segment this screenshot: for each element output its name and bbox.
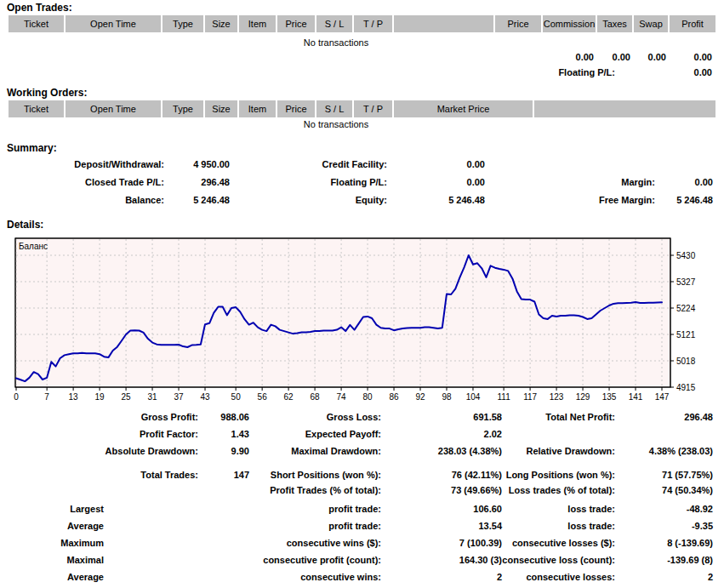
summary-row: Deposit/Withdrawal: 4 950.00 Credit Faci… bbox=[0, 159, 724, 173]
stats-row: Average consecutive wins: 2 consecutive … bbox=[0, 572, 724, 585]
total-profit: 0.00 bbox=[694, 52, 712, 62]
floating-pl-row: Floating P/L: 0.00 bbox=[0, 67, 724, 81]
loss-trades-value: 74 (50.34%) bbox=[662, 485, 713, 495]
average-label: Average bbox=[67, 521, 104, 531]
stats-row: Maximum consecutive wins ($): 7 (100.39)… bbox=[0, 538, 724, 551]
avg-consecutive-wins-value: 2 bbox=[497, 572, 502, 582]
long-positions-label: Long Positions (won %): bbox=[506, 470, 615, 480]
svg-text:80: 80 bbox=[362, 392, 373, 402]
svg-text:13: 13 bbox=[69, 392, 79, 402]
gross-loss-value: 691.58 bbox=[473, 412, 502, 422]
credit-facility-value: 0.00 bbox=[467, 159, 485, 169]
svg-text:129: 129 bbox=[576, 392, 590, 402]
col-spacer bbox=[394, 15, 495, 32]
svg-text:37: 37 bbox=[174, 392, 184, 402]
stats-row: Largest profit trade: 106.60 loss trade:… bbox=[0, 504, 724, 517]
col-size: Size bbox=[205, 15, 239, 32]
avg-consecutive-losses-value: 2 bbox=[708, 572, 713, 582]
col-price-close: Price bbox=[495, 15, 543, 32]
svg-text:92: 92 bbox=[415, 392, 425, 402]
col-ticket: Ticket bbox=[9, 100, 66, 117]
total-net-profit-value: 296.48 bbox=[684, 412, 713, 422]
profit-trades-value: 73 (49.66%) bbox=[451, 485, 502, 495]
stats-row: Maximal consecutive profit (count): 164.… bbox=[0, 555, 724, 568]
summary-heading: Summary: bbox=[7, 142, 57, 154]
svg-text:25: 25 bbox=[122, 392, 132, 402]
maximum-label: Maximum bbox=[60, 538, 104, 548]
svg-text:Баланс: Баланс bbox=[19, 242, 48, 251]
absolute-drawdown-value: 9.90 bbox=[231, 446, 249, 456]
balance-chart-svg: 0713192531374350566268748086929810411111… bbox=[0, 230, 724, 404]
deposit-withdrawal-value: 4 950.00 bbox=[193, 159, 230, 169]
stats-row: Profit Factor: 1.43 Expected Payoff: 2.0… bbox=[0, 429, 724, 442]
max-consecutive-loss-value: -139.69 (8) bbox=[667, 555, 713, 565]
col-price: Price bbox=[277, 100, 316, 117]
summary-row: Closed Trade P/L: 296.48 Floating P/L: 0… bbox=[0, 177, 724, 191]
avg-consecutive-wins-label: consecutive wins: bbox=[300, 572, 381, 582]
largest-label: Largest bbox=[70, 504, 104, 514]
svg-text:19: 19 bbox=[95, 392, 105, 402]
open-trades-header-row: Ticket Open Time Type Size Item Price S … bbox=[9, 15, 715, 32]
col-tp: T / P bbox=[354, 100, 394, 117]
margin-value: 0.00 bbox=[695, 177, 713, 187]
free-margin-value: 5 246.48 bbox=[676, 195, 713, 205]
col-commission: Commission bbox=[543, 15, 597, 32]
col-ticket: Ticket bbox=[9, 15, 66, 32]
svg-text:147: 147 bbox=[655, 392, 670, 402]
open-trades-totals-row: 0.00 0.00 0.00 0.00 bbox=[0, 52, 724, 66]
expected-payoff-label: Expected Payoff: bbox=[305, 429, 381, 439]
largest-loss-trade-label: loss trade: bbox=[567, 504, 615, 514]
stats-row: Total Trades: 147 Short Positions (won %… bbox=[0, 470, 724, 483]
total-net-profit-label: Total Net Profit: bbox=[545, 412, 615, 422]
stats-row: Absolute Drawdown: 9.90 Maximal Drawdown… bbox=[0, 446, 724, 460]
svg-text:135: 135 bbox=[602, 392, 617, 402]
gross-loss-label: Gross Loss: bbox=[327, 412, 381, 422]
relative-drawdown-value: 4.38% (238.03) bbox=[649, 446, 713, 456]
maximal-label: Maximal bbox=[67, 555, 104, 565]
gross-profit-value: 988.06 bbox=[220, 412, 249, 422]
svg-text:4915: 4915 bbox=[676, 383, 696, 392]
closed-trade-pl-label: Closed Trade P/L: bbox=[85, 177, 164, 187]
col-item: Item bbox=[239, 100, 277, 117]
working-orders-empty-message: No transactions bbox=[0, 119, 672, 129]
average2-label: Average bbox=[67, 572, 104, 582]
svg-text:5018: 5018 bbox=[676, 357, 696, 366]
col-item: Item bbox=[239, 15, 277, 32]
svg-text:5430: 5430 bbox=[676, 251, 696, 260]
svg-text:141: 141 bbox=[629, 392, 643, 402]
col-profit: Profit bbox=[670, 15, 715, 32]
col-type: Type bbox=[162, 100, 205, 117]
stats-row: Profit Trades (% of total): 73 (49.66%) … bbox=[0, 485, 724, 499]
max-consecutive-losses-value: 8 (-139.69) bbox=[667, 538, 713, 548]
short-positions-value: 76 (42.11%) bbox=[452, 470, 502, 480]
svg-text:104: 104 bbox=[466, 392, 481, 402]
working-orders-heading: Working Orders: bbox=[7, 87, 87, 99]
svg-text:111: 111 bbox=[498, 392, 511, 402]
relative-drawdown-label: Relative Drawdown: bbox=[526, 446, 615, 456]
floating-pl-label: Floating P/L: bbox=[330, 177, 387, 187]
equity-value: 5 246.48 bbox=[448, 195, 485, 205]
largest-profit-trade-label: profit trade: bbox=[328, 504, 381, 514]
total-trades-value: 147 bbox=[234, 470, 249, 480]
max-consecutive-losses-label: consecutive losses ($): bbox=[512, 538, 615, 548]
svg-text:62: 62 bbox=[284, 392, 294, 402]
margin-label: Margin: bbox=[621, 177, 655, 187]
floating-pl-label: Floating P/L: bbox=[558, 67, 615, 77]
svg-text:74: 74 bbox=[337, 392, 347, 402]
col-swap: Swap bbox=[634, 15, 670, 32]
closed-trade-pl-value: 296.48 bbox=[201, 177, 230, 187]
average-profit-trade-label: profit trade: bbox=[328, 521, 381, 531]
balance-value: 5 246.48 bbox=[193, 195, 230, 205]
svg-text:68: 68 bbox=[311, 392, 321, 402]
deposit-withdrawal-label: Deposit/Withdrawal: bbox=[74, 159, 164, 169]
svg-text:5224: 5224 bbox=[676, 304, 696, 313]
stats-row: Average profit trade: 13.54 loss trade: … bbox=[0, 521, 724, 534]
col-market-price: Market Price bbox=[394, 100, 534, 117]
floating-pl-value: 0.00 bbox=[694, 67, 712, 77]
open-trades-heading: Open Trades: bbox=[7, 2, 72, 14]
svg-text:31: 31 bbox=[147, 392, 157, 402]
summary-row: Balance: 5 246.48 Equity: 5 246.48 Free … bbox=[0, 195, 724, 208]
svg-text:0: 0 bbox=[14, 392, 19, 402]
open-trades-empty-message: No transactions bbox=[0, 37, 672, 48]
loss-trades-label: Loss trades (% of total): bbox=[509, 485, 615, 495]
